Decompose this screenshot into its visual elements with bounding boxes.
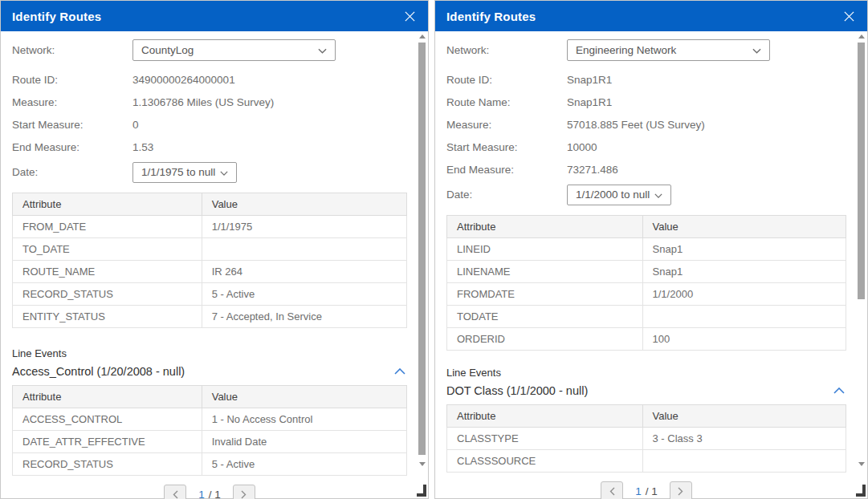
value-cell xyxy=(642,450,846,473)
table-header-row: Attribute Value xyxy=(447,405,846,428)
identify-routes-dialog-right: Identify Routes Network: Engineering Net… xyxy=(434,0,868,499)
attribute-cell: ACCESS_CONTROL xyxy=(13,408,202,431)
pagination: 1 / 1 xyxy=(12,485,407,499)
chevron-up-icon[interactable] xyxy=(832,386,846,396)
network-select-value: Engineering Network xyxy=(576,44,676,56)
line-events-section-header: Access_Control (1/20/2008 - null) xyxy=(12,365,407,378)
route-id-field: Route ID: Snap1R1 xyxy=(446,71,846,87)
table-row: DATE_ATTR_EFFECTIVEInvalid Date xyxy=(13,431,407,453)
dialog-header: Identify Routes xyxy=(435,1,867,31)
resize-grip[interactable] xyxy=(417,485,426,497)
date-select[interactable]: 1/1/2000 to null xyxy=(567,185,671,205)
end-measure-label: End Measure: xyxy=(12,141,132,153)
end-measure-label: End Measure: xyxy=(446,164,567,176)
value-column-header: Value xyxy=(642,216,846,238)
previous-page-button[interactable] xyxy=(164,485,186,499)
dialog-content: Network: Engineering Network Route ID: S… xyxy=(435,31,867,499)
end-measure-value: 1.53 xyxy=(132,141,153,153)
table-row: RECORD_STATUS5 - Active xyxy=(13,453,407,476)
pagination: 1 / 1 xyxy=(446,481,846,499)
table-row: LINENAMESnap1 xyxy=(447,261,846,283)
scrollbar-thumb[interactable] xyxy=(418,43,426,455)
measure-field: Measure: 57018.885 Feet (US Survey) xyxy=(446,116,846,132)
start-measure-value: 10000 xyxy=(567,141,597,153)
table-row: TODATE xyxy=(447,306,846,328)
scroll-up-arrow-icon[interactable] xyxy=(419,34,426,39)
attribute-cell: TODATE xyxy=(447,306,643,328)
measure-label: Measure: xyxy=(446,119,567,131)
resize-grip[interactable] xyxy=(856,485,866,497)
value-cell: 1/1/1975 xyxy=(202,216,406,238)
route-name-label: Route Name: xyxy=(446,96,567,108)
end-measure-field: End Measure: 73271.486 xyxy=(446,161,846,177)
value-column-header: Value xyxy=(202,193,406,216)
end-measure-value: 73271.486 xyxy=(567,164,618,176)
measure-value: 57018.885 Feet (US Survey) xyxy=(567,119,705,131)
attribute-cell: ROUTE_NAME xyxy=(13,261,202,283)
attribute-table: Attribute Value FROM_DATE1/1/1975 TO_DAT… xyxy=(12,193,407,328)
measure-value: 1.1306786 Miles (US Survey) xyxy=(132,96,274,108)
start-measure-field: Start Measure: 10000 xyxy=(446,139,846,155)
end-measure-field: End Measure: 1.53 xyxy=(12,139,407,155)
attribute-cell: ORDERID xyxy=(447,328,643,351)
route-id-label: Route ID: xyxy=(12,74,132,86)
scroll-up-arrow-icon[interactable] xyxy=(858,34,865,39)
close-icon[interactable] xyxy=(841,8,857,24)
route-id-value: Snap1R1 xyxy=(567,74,612,86)
table-row: ORDERID100 xyxy=(447,328,846,351)
table-row: RECORD_STATUS5 - Active xyxy=(13,283,407,306)
next-page-button[interactable] xyxy=(670,481,692,499)
table-header-row: Attribute Value xyxy=(13,193,407,216)
total-pages: / 1 xyxy=(646,485,658,497)
start-measure-value: 0 xyxy=(132,119,139,131)
value-cell: 3 - Class 3 xyxy=(642,428,846,450)
table-row: ACCESS_CONTROL1 - No Access Control xyxy=(13,408,407,431)
scroll-down-arrow-icon[interactable] xyxy=(419,462,426,466)
value-column-header: Value xyxy=(202,386,406,408)
value-cell: Snap1 xyxy=(642,238,846,261)
start-measure-label: Start Measure: xyxy=(446,141,567,153)
table-row: LINEIDSnap1 xyxy=(447,238,846,261)
date-select[interactable]: 1/1/1975 to null xyxy=(132,162,237,183)
line-events-section-title: Access_Control (1/20/2008 - null) xyxy=(12,365,185,378)
dialog-title: Identify Routes xyxy=(12,10,101,23)
network-label: Network: xyxy=(446,44,567,56)
value-cell: 100 xyxy=(642,328,846,351)
previous-page-button[interactable] xyxy=(601,481,623,499)
network-select-value: CountyLog xyxy=(141,44,194,56)
close-icon[interactable] xyxy=(401,8,418,24)
attribute-cell: LINENAME xyxy=(447,261,643,283)
page-indicator: 1 / 1 xyxy=(635,485,658,497)
table-row: CLASSSOURCE xyxy=(447,450,846,473)
attribute-column-header: Attribute xyxy=(13,193,202,216)
start-measure-field: Start Measure: 0 xyxy=(12,116,407,132)
network-select[interactable]: Engineering Network xyxy=(567,39,770,61)
date-label: Date: xyxy=(12,166,132,178)
attribute-cell: FROMDATE xyxy=(447,283,643,306)
line-event-table: Attribute Value ACCESS_CONTROL1 - No Acc… xyxy=(12,385,407,476)
chevron-up-icon[interactable] xyxy=(393,367,407,376)
attribute-cell: LINEID xyxy=(447,238,643,261)
attribute-cell: TO_DATE xyxy=(13,238,202,261)
date-select-value: 1/1/1975 to null xyxy=(141,166,215,178)
dialog-title: Identify Routes xyxy=(446,10,536,23)
current-page: 1 xyxy=(198,489,205,499)
attribute-cell: RECORD_STATUS xyxy=(13,453,202,476)
measure-field: Measure: 1.1306786 Miles (US Survey) xyxy=(12,94,407,110)
value-cell: 5 - Active xyxy=(202,283,406,306)
route-name-field: Route Name: Snap1R1 xyxy=(446,94,846,110)
attribute-column-header: Attribute xyxy=(13,386,202,408)
table-row: CLASSTYPE3 - Class 3 xyxy=(447,428,846,450)
route-id-value: 34900000264000001 xyxy=(132,74,235,86)
scroll-down-arrow-icon[interactable] xyxy=(858,462,865,466)
value-cell: Invalid Date xyxy=(202,431,406,453)
line-event-table: Attribute Value CLASSTYPE3 - Class 3 CLA… xyxy=(446,404,846,473)
scrollbar-thumb[interactable] xyxy=(858,43,865,299)
line-events-section-title: DOT Class (1/1/2000 - null) xyxy=(446,384,588,397)
value-column-header: Value xyxy=(642,405,846,428)
value-cell: IR 264 xyxy=(202,261,406,283)
network-select[interactable]: CountyLog xyxy=(132,39,336,61)
network-field: Network: CountyLog xyxy=(12,39,407,61)
value-cell: 1/1/2000 xyxy=(642,283,846,306)
next-page-button[interactable] xyxy=(233,485,255,499)
